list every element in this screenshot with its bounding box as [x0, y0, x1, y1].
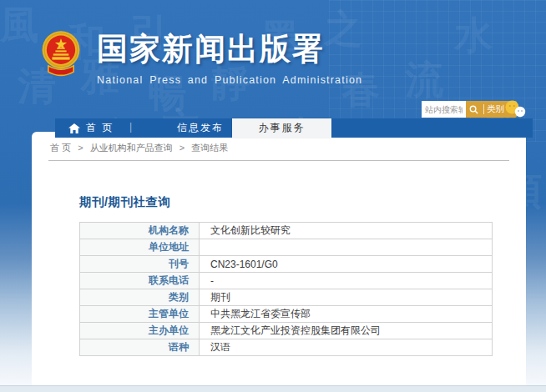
- nav-item-services-active-tab[interactable]: 办事服务: [232, 118, 331, 138]
- row-value: -: [200, 273, 493, 289]
- main-navbar: 首 页 | 信息发布 办事服务: [55, 118, 533, 138]
- table-row: 机构名称 文化创新比较研究: [80, 223, 493, 239]
- row-value: CN23-1601/G0: [200, 256, 493, 273]
- table-row: 单位地址: [80, 239, 493, 256]
- search-divider: [483, 104, 484, 114]
- table-row: 刊号 CN23-1601/G0: [80, 256, 493, 273]
- row-value: 期刊: [200, 289, 493, 306]
- row-label: 刊号: [80, 256, 200, 273]
- site-title: 国家新闻出版署: [97, 28, 362, 70]
- site-title-block: 国家新闻出版署 National Press and Publication A…: [97, 28, 362, 86]
- row-label: 单位地址: [80, 239, 200, 256]
- content-panel: 首 页 > 从业机构和产品查询 > 查询结果 期刊/期刊社查询 机构名称 文化创…: [32, 132, 526, 385]
- row-value: 黑龙江文化产业投资控股集团有限公司: [200, 323, 493, 339]
- breadcrumb-current: 查询结果: [191, 143, 228, 153]
- nav-item-information[interactable]: 信息发布: [159, 118, 242, 138]
- nav-item-home-label: 首 页: [86, 121, 114, 135]
- site-search-bar: 类别: [422, 101, 517, 118]
- national-emblem-icon: [33, 22, 88, 93]
- row-value: [200, 239, 493, 256]
- row-label: 机构名称: [80, 223, 200, 239]
- row-value: 汉语: [200, 339, 493, 356]
- home-icon: [68, 123, 80, 133]
- breadcrumb-query[interactable]: 从业机构和产品查询: [90, 143, 173, 153]
- nav-item-home[interactable]: 首 页: [68, 118, 114, 138]
- bottom-edge-strip: [0, 385, 546, 392]
- nav-separator: |: [129, 121, 132, 133]
- periodical-info-table: 机构名称 文化创新比较研究 单位地址 刊号 CN23-1601/G0 联系电话 …: [79, 222, 493, 356]
- category-dropdown-label[interactable]: 类别: [487, 103, 504, 115]
- breadcrumb-separator: >: [179, 143, 185, 153]
- search-input[interactable]: [422, 101, 466, 118]
- table-row: 主办单位 黑龙江文化产业投资控股集团有限公司: [80, 323, 493, 339]
- site-subtitle: National Press and Publication Administr…: [97, 74, 362, 86]
- breadcrumb-separator: >: [78, 143, 83, 153]
- table-row: 主管单位 中共黑龙江省委宣传部: [80, 306, 493, 323]
- row-value: 文化创新比较研究: [200, 223, 493, 239]
- row-label: 语种: [80, 339, 200, 356]
- page-title: 期刊/期刊社查询: [79, 194, 526, 210]
- search-button[interactable]: [469, 105, 481, 114]
- table-row: 语种 汉语: [80, 339, 493, 356]
- row-value: 中共黑龙江省委宣传部: [200, 306, 493, 323]
- breadcrumb-home[interactable]: 首 页: [50, 143, 71, 153]
- row-label: 类别: [80, 289, 200, 306]
- row-label: 主办单位: [80, 323, 200, 339]
- table-row: 联系电话 -: [80, 273, 493, 289]
- table-row: 类别 期刊: [80, 289, 493, 306]
- row-label: 主管单位: [80, 306, 200, 323]
- row-label: 联系电话: [80, 273, 200, 289]
- magnifier-icon: [469, 105, 478, 114]
